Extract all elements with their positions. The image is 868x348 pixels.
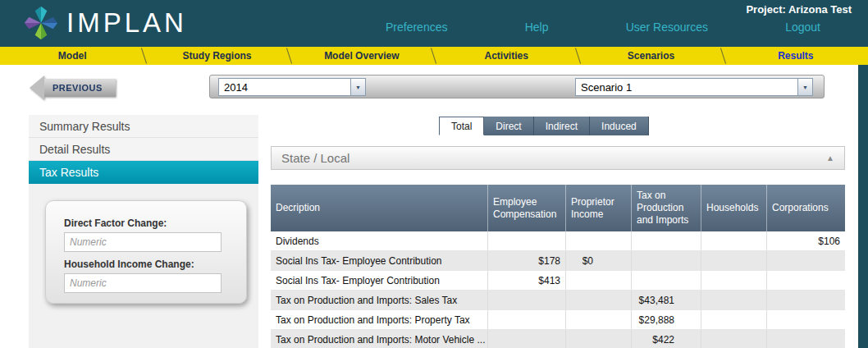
tab-results[interactable]: Results: [724, 47, 868, 65]
cell-proprietor-income: [566, 231, 632, 250]
cell-proprietor-income: $0: [566, 251, 632, 270]
nav-preferences[interactable]: Preferences: [386, 21, 447, 34]
column-header-households[interactable]: Households: [701, 185, 767, 231]
cell-corporations: $106: [767, 231, 845, 250]
cell-employee-compensation: [488, 231, 566, 250]
cell-tax-on-production: $422: [632, 330, 701, 348]
cell-tax-on-production: $29,888: [632, 310, 701, 329]
scenario-dropdown-value: Scenario 1: [576, 79, 797, 95]
content-area: PREVIOUS 2014 ▼ Scenario 1 ▼ Summary Res…: [0, 65, 858, 348]
cell-employee-compensation: [488, 310, 566, 329]
selection-toolbar: 2014 ▼ Scenario 1 ▼: [209, 75, 825, 98]
cell-corporations: [767, 271, 845, 290]
implan-wordmark: IMPLAN: [66, 7, 187, 39]
table-row[interactable]: Tax on Production and Imports: Motor Veh…: [271, 330, 845, 348]
household-income-change-label: Household Income Change:: [64, 259, 246, 270]
column-header-tax-on-production[interactable]: Tax on Production and Imports: [632, 185, 701, 231]
tab-model[interactable]: Model: [0, 47, 144, 65]
cell-households: [701, 330, 767, 348]
result-tab-induced[interactable]: Induced: [590, 117, 649, 135]
cell-proprietor-income: [566, 330, 632, 348]
sidebar-item-tax-results[interactable]: Tax Results: [29, 161, 258, 184]
cell-households: [701, 291, 767, 309]
tab-study-regions[interactable]: Study Regions: [144, 47, 289, 65]
cell-households: [701, 251, 767, 270]
table-row[interactable]: Tax on Production and Imports: Property …: [271, 310, 845, 330]
chevron-down-icon[interactable]: ▼: [797, 79, 812, 95]
tab-activities[interactable]: Activities: [434, 47, 578, 65]
table-row[interactable]: Tax on Production and Imports: Sales Tax…: [271, 291, 845, 310]
tab-scenarios[interactable]: Scenarios: [578, 47, 723, 65]
app-header: IMPLAN Project: Arizona Test Preferences…: [0, 0, 868, 47]
direct-factor-change-label: Direct Factor Change:: [64, 218, 246, 229]
collapse-arrow-icon: ▲: [826, 153, 834, 163]
cell-corporations: [767, 291, 845, 309]
cell-tax-on-production: [632, 251, 701, 270]
cell-proprietor-income: [566, 271, 632, 290]
nav-logout[interactable]: Logout: [785, 21, 820, 34]
chevron-down-icon[interactable]: ▼: [350, 79, 365, 95]
tab-model-overview[interactable]: Model Overview: [290, 47, 434, 65]
cell-proprietor-income: [566, 291, 632, 309]
results-sidebar: Summary Results Detail Results Tax Resul…: [29, 115, 258, 348]
results-main: Total Direct Indirect Induced State / Lo…: [271, 115, 845, 348]
scenario-dropdown[interactable]: Scenario 1 ▼: [575, 78, 813, 96]
cell-households: [701, 231, 767, 250]
previous-button-label: PREVIOUS: [44, 79, 116, 97]
cell-description: Tax on Production and Imports: Motor Veh…: [271, 330, 488, 348]
cell-corporations: [767, 330, 845, 348]
column-header-employee-compensation[interactable]: Employee Compensation: [488, 185, 566, 231]
cell-employee-compensation: [488, 330, 566, 348]
result-tab-indirect[interactable]: Indirect: [534, 117, 590, 135]
nav-user-resources[interactable]: User Resources: [626, 21, 708, 34]
cell-tax-on-production: [632, 231, 701, 250]
result-tab-total[interactable]: Total: [439, 117, 484, 135]
household-income-change-input[interactable]: [64, 273, 222, 293]
section-title: State / Local: [281, 151, 349, 165]
previous-button[interactable]: PREVIOUS: [30, 76, 116, 100]
year-dropdown[interactable]: 2014 ▼: [218, 78, 366, 96]
cell-tax-on-production: $43,481: [632, 291, 701, 309]
implan-logo[interactable]: IMPLAN: [23, 5, 187, 41]
change-inputs-panel: Direct Factor Change: Household Income C…: [45, 200, 247, 304]
year-dropdown-value: 2014: [219, 79, 350, 95]
sidebar-item-detail-results[interactable]: Detail Results: [29, 138, 258, 161]
table-row[interactable]: Social Ins Tax- Employee Contribution $1…: [271, 251, 845, 271]
cell-employee-compensation: $413: [488, 271, 566, 290]
state-local-accordion-header[interactable]: State / Local ▲: [271, 146, 845, 170]
result-tab-direct[interactable]: Direct: [484, 117, 533, 135]
table-header-row: Decription Employee Compensation Proprie…: [271, 185, 845, 231]
result-type-tabs: Total Direct Indirect Induced: [439, 117, 649, 135]
sidebar-item-summary-results[interactable]: Summary Results: [29, 115, 258, 138]
cell-employee-compensation: [488, 291, 566, 309]
cell-description: Tax on Production and Imports: Property …: [271, 310, 488, 329]
implan-pinwheel-icon: [23, 5, 59, 41]
column-header-proprietor-income[interactable]: Proprietor Income: [566, 185, 632, 231]
column-header-description[interactable]: Decription: [271, 185, 488, 231]
cell-households: [701, 310, 767, 329]
cell-description: Dividends: [271, 231, 488, 250]
cell-proprietor-income: [566, 310, 632, 329]
cell-tax-on-production: [632, 271, 701, 290]
cell-description: Tax on Production and Imports: Sales Tax: [271, 291, 488, 309]
header-nav: Preferences Help User Resources Logout: [386, 21, 820, 34]
cell-description: Social Ins Tax- Employer Contribution: [271, 271, 488, 290]
cell-households: [701, 271, 767, 290]
cell-corporations: [767, 310, 845, 329]
main-nav-bar: Model Study Regions Model Overview Activ…: [0, 47, 868, 65]
implan-app: IMPLAN Project: Arizona Test Preferences…: [0, 0, 868, 348]
cell-employee-compensation: $178: [488, 251, 566, 270]
direct-factor-change-input[interactable]: [64, 232, 222, 252]
tax-results-table: Decription Employee Compensation Proprie…: [271, 185, 845, 348]
nav-help[interactable]: Help: [525, 21, 549, 34]
project-label: Project: Arizona Test: [746, 3, 852, 16]
column-header-corporations[interactable]: Corporations: [767, 185, 845, 231]
cell-description: Social Ins Tax- Employee Contribution: [271, 251, 488, 270]
previous-arrow-icon: [30, 76, 44, 100]
cell-corporations: [767, 251, 845, 270]
table-row[interactable]: Dividends $106: [271, 231, 845, 251]
table-row[interactable]: Social Ins Tax- Employer Contribution $4…: [271, 271, 845, 291]
